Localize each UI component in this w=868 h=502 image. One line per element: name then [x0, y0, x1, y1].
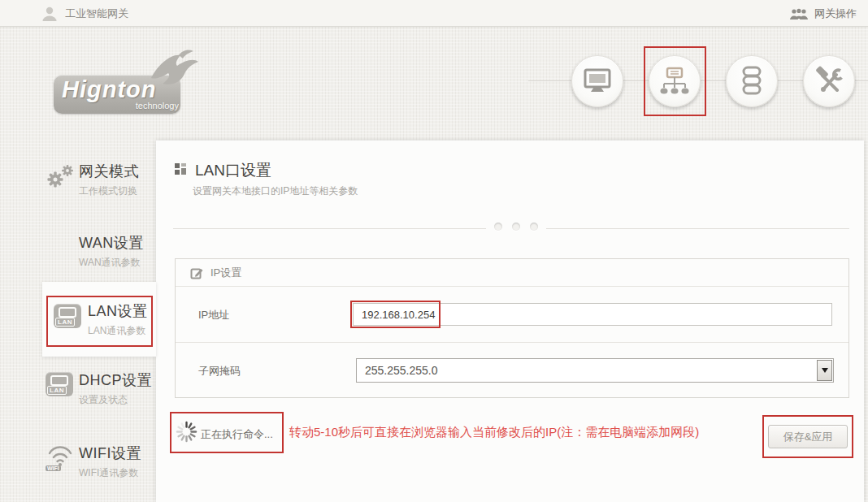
ip-address-input[interactable]: [353, 303, 832, 326]
tools-icon: [813, 65, 845, 97]
network-topology-icon: [657, 66, 692, 97]
nav-data-button[interactable]: [726, 55, 778, 107]
nav-status-button[interactable]: [571, 55, 623, 107]
sidebar-item-subtitle: 工作模式切换: [79, 184, 160, 198]
page-header: LAN口设置: [175, 160, 271, 181]
save-apply-button[interactable]: 保存&应用: [768, 425, 848, 448]
monitor-icon: [581, 67, 614, 96]
ip-settings-panel: IP设置 IP地址 子网掩码 255.255.255.0: [175, 258, 849, 398]
grid-icon: [175, 163, 187, 175]
server-stack-icon: [737, 65, 766, 97]
ip-settings-header: IP设置: [176, 259, 848, 287]
subnet-mask-row: 子网掩码 255.255.255.0: [176, 342, 848, 397]
subnet-mask-label: 子网掩码: [198, 364, 241, 379]
sidebar-item-wifi[interactable]: WIFI WIFI设置 WIFI通讯参数: [42, 444, 156, 486]
subnet-mask-select[interactable]: 255.255.255.0: [356, 358, 834, 383]
carousel-dot[interactable]: [512, 223, 520, 231]
sidebar-item-title: DHCP设置: [79, 370, 160, 390]
app-title: 工业智能网关: [65, 6, 128, 21]
carousel-dots: [486, 223, 546, 231]
topbar-left: 工业智能网关: [41, 6, 128, 21]
sidebar-item-title: 网关模式: [79, 162, 160, 181]
loading-status-text: 正在执行命令...: [201, 427, 273, 442]
subnet-mask-value: 255.255.255.0: [365, 364, 438, 377]
users-icon: [789, 8, 809, 20]
sidebar-item-title: WIFI设置: [79, 444, 160, 463]
sidebar-item-gateway-mode[interactable]: 网关模式 工作模式切换: [42, 162, 156, 204]
gateway-config-screen: 工业智能网关 网关操作 Hignton technology: [0, 0, 868, 502]
gateway-actions-label: 网关操作: [814, 6, 857, 21]
sidebar-item-lan-active-card[interactable]: LAN LAN设置 LAN通讯参数: [42, 282, 156, 357]
logo-brand-text: Hignton: [62, 76, 176, 103]
chevron-down-icon: [822, 368, 828, 373]
subnet-mask-dropdown-button[interactable]: [817, 360, 832, 381]
nav-network-button[interactable]: [649, 55, 701, 107]
sidebar-item-subtitle: LAN通讯参数: [88, 324, 161, 338]
sidebar-item-subtitle: 设置及状态: [79, 393, 160, 407]
topbar: 工业智能网关 网关操作: [0, 0, 868, 27]
loading-spinner-icon: [176, 421, 197, 443]
carousel-dot[interactable]: [530, 223, 538, 231]
sidebar-item-dhcp[interactable]: LAN DHCP设置 设置及状态: [42, 370, 156, 413]
sidebar-item-wan[interactable]: WAN设置 WAN通讯参数: [42, 233, 156, 275]
sidebar-item-title: WAN设置: [79, 233, 160, 253]
logo-tagline-text: technology: [106, 101, 179, 110]
wifi-icon: WIFI: [46, 445, 75, 471]
notice-text: 转动5-10秒后可直接在浏览器输入当前修改后的IP(注：需在电脑端添加网段): [289, 425, 699, 440]
gears-icon: [46, 163, 75, 189]
lan-port-icon: LAN: [54, 304, 81, 328]
nav-tools-button[interactable]: [803, 55, 855, 107]
sidebar-item-title: LAN设置: [88, 301, 161, 321]
brand-logo: Hignton technology: [42, 47, 205, 124]
ip-settings-title: IP设置: [210, 266, 241, 280]
sidebar-item-subtitle: WAN通讯参数: [79, 256, 160, 270]
edit-icon: [190, 266, 203, 279]
ip-address-label: IP地址: [198, 308, 229, 322]
page-title: LAN口设置: [195, 160, 271, 181]
user-icon: [41, 6, 59, 21]
lan-port-icon: LAN: [46, 372, 73, 396]
carousel-dot[interactable]: [494, 223, 502, 231]
gateway-actions-menu[interactable]: 网关操作: [789, 6, 857, 21]
ip-address-row: IP地址: [176, 287, 848, 342]
sidebar-item-subtitle: WIFI通讯参数: [79, 466, 160, 480]
page-subtitle: 设置网关本地接口的IP地址等相关参数: [193, 184, 358, 198]
